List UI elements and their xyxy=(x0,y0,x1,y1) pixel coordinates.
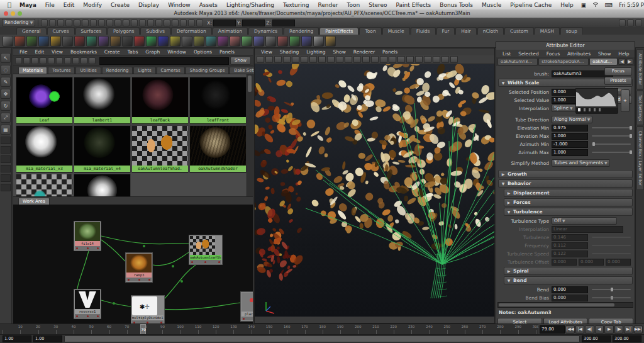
hypershade-tab-materials[interactable]: Materials xyxy=(18,67,47,74)
ipr-render-icon[interactable] xyxy=(172,20,179,26)
ae-field-value[interactable]: 0.000 xyxy=(552,286,588,293)
snap-grid-icon[interactable] xyxy=(106,20,113,26)
ae-field-value[interactable]: 1.000 xyxy=(552,149,588,156)
macos-menu-maya[interactable]: Maya xyxy=(15,2,41,8)
shelf-tab-curves[interactable]: Curves xyxy=(47,27,75,35)
ae-field-value[interactable]: 1.000 xyxy=(552,133,588,140)
shelf-item-icon-24[interactable] xyxy=(289,36,300,47)
show-bottom-tabs-icon[interactable] xyxy=(89,57,96,64)
input-menu-icon[interactable]: ⌨ xyxy=(602,2,616,8)
undo-icon[interactable] xyxy=(65,20,72,26)
shelf-tab-custom[interactable]: Custom xyxy=(504,27,534,35)
material-swatch-miamaterialx4[interactable]: mia_material_x4 xyxy=(74,125,131,173)
section-spiral[interactable]: ▶Spiral xyxy=(504,267,633,275)
paint-effects-icon[interactable] xyxy=(188,20,195,26)
shelf-item-icon-10[interactable] xyxy=(122,36,133,47)
shelf-tab-subdivs[interactable]: Subdivs xyxy=(140,27,170,35)
macos-menu-stereo[interactable]: Stereo xyxy=(364,2,391,8)
section-bend[interactable]: ▼Bend xyxy=(504,276,633,284)
ae-menu-attributes[interactable]: Attributes xyxy=(564,51,594,57)
ae-slider[interactable] xyxy=(592,135,631,137)
textured-icon[interactable] xyxy=(397,56,405,63)
open-scene-icon[interactable] xyxy=(49,20,56,26)
slider-knob[interactable] xyxy=(630,150,632,154)
coord-x-field[interactable] xyxy=(213,20,236,26)
ae-slider[interactable] xyxy=(592,152,631,153)
ae-field-value[interactable]: -1.000 xyxy=(552,141,588,148)
camera-attrs-icon[interactable] xyxy=(274,56,282,63)
play-forwards-button[interactable]: ▶ xyxy=(604,325,613,334)
hypershade-menu-window[interactable]: Window xyxy=(164,49,190,55)
ae-tab-oakAutumn3[interactable]: oakAutumn3 xyxy=(589,58,618,65)
anim-start-field[interactable]: 1.00 xyxy=(3,335,31,342)
dock-tab-tool-settings[interactable]: Tool Settings xyxy=(636,91,644,125)
section-turbulence[interactable]: ▼Turbulence xyxy=(504,208,633,216)
hypershade-tab-shading-groups[interactable]: Shading Groups xyxy=(186,67,230,74)
occlusion-icon[interactable] xyxy=(424,56,431,63)
shelf-item-icon-4[interactable] xyxy=(50,36,61,47)
macos-menu-help[interactable]: Help xyxy=(556,2,578,8)
layout-shortcut-5[interactable] xyxy=(1,184,11,191)
isolate-select-icon[interactable] xyxy=(441,56,449,63)
shelf-item-icon-3[interactable] xyxy=(38,36,49,47)
grease-pencil-icon[interactable] xyxy=(309,56,317,63)
hypershade-search-input[interactable] xyxy=(99,57,229,65)
hypershade-menu-panels[interactable]: Panels xyxy=(216,49,238,55)
section-growth[interactable]: ▶Growth xyxy=(498,170,633,178)
ae-menu-show[interactable]: Show xyxy=(594,51,614,57)
step-back-frame-button[interactable]: |◀ xyxy=(575,325,584,334)
rotate-tool-icon[interactable]: ↻ xyxy=(1,101,11,111)
go-to-end-button[interactable]: ▶▶| xyxy=(634,325,643,334)
current-time-field[interactable]: 79.00 xyxy=(540,325,565,334)
node-port[interactable] xyxy=(148,279,150,281)
slider-knob[interactable] xyxy=(630,134,632,138)
shelf-tab-surfaces[interactable]: Surfaces xyxy=(75,27,107,35)
material-swatch-Leaf[interactable]: Leaf xyxy=(16,77,73,125)
viewport-canvas[interactable] xyxy=(255,64,494,317)
viewport-menu-view[interactable]: View xyxy=(257,49,276,55)
material-swatch-leafBack[interactable]: leafBack xyxy=(131,77,189,125)
ae-tab-oakAutumn3Shader[interactable]: oakAutumn3Shader xyxy=(497,58,538,65)
shelf-item-icon-27[interactable] xyxy=(325,36,336,47)
ae-menu-selected[interactable]: Selected xyxy=(514,51,543,57)
hypershade-menu-edit[interactable]: Edit xyxy=(31,49,48,55)
next-graph-icon[interactable] xyxy=(23,57,30,64)
node-port[interactable] xyxy=(243,318,245,320)
paint-select-tool-icon[interactable]: ✎ xyxy=(1,77,11,87)
shelf-tab-fluids[interactable]: Fluids xyxy=(411,27,436,35)
material-swatch-oakAutumnleafShad[interactable]: oakAutumnleafShad. xyxy=(131,125,189,173)
hypershade-menu-bookmarks[interactable]: Bookmarks xyxy=(67,49,101,55)
play-backwards-button[interactable]: ◀ xyxy=(595,325,604,334)
macos-menu-window[interactable]: Window xyxy=(164,2,195,8)
graph-node-oakAutumnleafSh[interactable]: oakAutumnleafSh xyxy=(189,235,223,265)
save-scene-icon[interactable] xyxy=(57,20,64,26)
shelf-tab-animation[interactable]: Animation xyxy=(213,27,248,35)
macos-menu-create[interactable]: Create xyxy=(106,2,134,8)
window-titlebar[interactable]: Autodesk Maya 2013 x64: /Users/lfraser/D… xyxy=(0,9,644,18)
node-port[interactable] xyxy=(97,247,99,249)
shelf-item-icon-21[interactable] xyxy=(253,36,264,47)
anim-end-field[interactable]: 300.00 xyxy=(613,335,641,342)
ae-slider[interactable] xyxy=(592,289,631,290)
material-swatch-8[interactable] xyxy=(16,174,73,196)
field-chart-icon[interactable] xyxy=(353,56,361,63)
bookmark-icon[interactable] xyxy=(283,56,291,63)
slider-knob[interactable] xyxy=(630,126,632,130)
hypershade-tab-textures[interactable]: Textures xyxy=(48,67,75,74)
step-fwd-frame-button[interactable]: ▶| xyxy=(624,325,633,334)
graph-node-reverse1[interactable]: reverse1 xyxy=(74,289,101,319)
go-to-start-button[interactable]: |◀◀ xyxy=(565,325,574,334)
move-tool-icon[interactable]: ✥ xyxy=(1,89,11,99)
playback-end-field[interactable]: 300.00 xyxy=(582,335,611,342)
viewport-menu-renderer[interactable]: Renderer xyxy=(350,49,379,55)
slider-knob[interactable] xyxy=(611,288,613,291)
shelf-tab-ncloth[interactable]: nCloth xyxy=(477,27,504,35)
hypershade-menu-graph[interactable]: Graph xyxy=(142,49,164,55)
viewport-menu-shading[interactable]: Shading xyxy=(276,49,303,55)
new-scene-icon[interactable] xyxy=(41,20,48,26)
ramp-curve-widget[interactable] xyxy=(575,88,618,113)
graph-node-multiplyDivide1[interactable]: ✱÷multiplyDivide1 xyxy=(131,295,165,325)
film-gate-icon[interactable] xyxy=(327,56,335,63)
hypershade-tab-cameras[interactable]: Cameras xyxy=(157,67,185,74)
shelf-item-icon-16[interactable] xyxy=(194,36,204,47)
